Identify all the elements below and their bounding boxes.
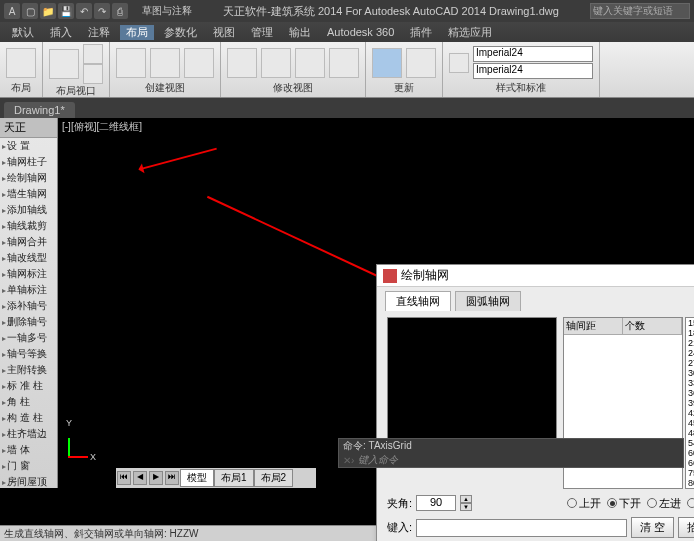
create2-icon[interactable] (150, 48, 180, 78)
preset-value[interactable]: 3300 (686, 378, 694, 388)
tool-item[interactable]: 删除轴号 (0, 314, 57, 330)
tab-nav-first[interactable]: ⏮ (117, 471, 131, 485)
tab-plugin[interactable]: 插件 (404, 25, 438, 40)
style-icon[interactable] (449, 53, 469, 73)
tool-item[interactable]: 房间屋顶 (0, 474, 57, 488)
tab-a360[interactable]: Autodesk 360 (321, 26, 400, 38)
tool-item[interactable]: 设 置 (0, 138, 57, 154)
vp-sm1-icon[interactable] (83, 44, 103, 64)
preset-value[interactable]: 6000 (686, 448, 694, 458)
redo-icon[interactable]: ↷ (94, 3, 110, 19)
layout2-tab[interactable]: 布局2 (254, 469, 294, 487)
preset-value[interactable]: 4800 (686, 428, 694, 438)
mod2-icon[interactable] (261, 48, 291, 78)
pick-button[interactable]: 拾 取 (678, 517, 694, 538)
tool-item[interactable]: 轴线裁剪 (0, 218, 57, 234)
tool-item[interactable]: 主附转换 (0, 362, 57, 378)
tab-featured[interactable]: 精选应用 (442, 25, 498, 40)
workspace-label[interactable]: 草图与注释 (142, 4, 192, 18)
print-icon[interactable]: ⎙ (112, 3, 128, 19)
command-line[interactable]: 命令: TAxisGrid 键入命令 (338, 438, 684, 468)
tab-parametric[interactable]: 参数化 (158, 25, 203, 40)
tool-item[interactable]: 轴网标注 (0, 266, 57, 282)
create1-icon[interactable] (116, 48, 146, 78)
tool-item[interactable]: 轴改线型 (0, 250, 57, 266)
upd2-icon[interactable] (406, 48, 436, 78)
preset-value[interactable]: 4200 (686, 408, 694, 418)
open-icon[interactable]: 📁 (40, 3, 56, 19)
tool-item[interactable]: 添加轴线 (0, 202, 57, 218)
style-combo-2[interactable]: Imperial24 (473, 63, 593, 79)
command-input[interactable]: 键入命令 (339, 453, 683, 467)
preset-value[interactable]: 1800 (686, 328, 694, 338)
angle-input[interactable]: 90 (416, 495, 456, 511)
preset-value[interactable]: 2700 (686, 358, 694, 368)
doc-tab-drawing1[interactable]: Drawing1* (4, 102, 75, 118)
preset-value[interactable]: 7500 (686, 468, 694, 478)
tool-item[interactable]: 墙生轴网 (0, 186, 57, 202)
tab-view[interactable]: 视图 (207, 25, 241, 40)
tool-item[interactable]: 柱齐墙边 (0, 426, 57, 442)
preset-value[interactable]: 2400 (686, 348, 694, 358)
tool-item[interactable]: 墙 体 (0, 442, 57, 458)
tab-arc-grid[interactable]: 圆弧轴网 (455, 291, 521, 311)
tool-item[interactable]: 添补轴号 (0, 298, 57, 314)
preset-value[interactable]: 8000 (686, 478, 694, 488)
undo-icon[interactable]: ↶ (76, 3, 92, 19)
tool-item[interactable]: 标 准 柱 (0, 378, 57, 394)
preset-value[interactable]: 3600 (686, 388, 694, 398)
upd1-icon[interactable] (372, 48, 402, 78)
direction-radio[interactable]: 左进 (647, 496, 681, 511)
create3-icon[interactable] (184, 48, 214, 78)
model-tab[interactable]: 模型 (180, 469, 214, 487)
tab-nav-last[interactable]: ⏭ (165, 471, 179, 485)
tool-item[interactable]: 轴网合并 (0, 234, 57, 250)
tab-manage[interactable]: 管理 (245, 25, 279, 40)
tool-item[interactable]: 角 柱 (0, 394, 57, 410)
tool-item[interactable]: 门 窗 (0, 458, 57, 474)
mod3-icon[interactable] (295, 48, 325, 78)
tool-item[interactable]: 轴网柱子 (0, 154, 57, 170)
direction-radio[interactable]: 右进 (687, 496, 694, 511)
preset-value[interactable]: 1500 (686, 318, 694, 328)
tab-annotate[interactable]: 注释 (82, 25, 116, 40)
tool-item[interactable]: 轴号等换 (0, 346, 57, 362)
tool-item[interactable]: 构 造 柱 (0, 410, 57, 426)
mod1-icon[interactable] (227, 48, 257, 78)
tool-item[interactable]: 绘制轴网 (0, 170, 57, 186)
drawing-canvas[interactable]: [-][俯视][二维线框] Y X 绘制轴网 ✕ 直线轴网 圆弧轴网 (58, 118, 694, 488)
layout1-tab[interactable]: 布局1 (214, 469, 254, 487)
viewport-label[interactable]: [-][俯视][二维线框] (62, 120, 142, 134)
preset-value[interactable]: 3900 (686, 398, 694, 408)
layout-icon[interactable] (6, 48, 36, 78)
preset-value[interactable]: 2100 (686, 338, 694, 348)
tab-insert[interactable]: 插入 (44, 25, 78, 40)
preset-value[interactable]: 5400 (686, 438, 694, 448)
vp-sm2-icon[interactable] (83, 64, 103, 84)
angle-spinner[interactable]: ▲▼ (460, 495, 472, 511)
help-search-input[interactable]: 键入关键字或短语 (590, 3, 690, 19)
tab-nav-next[interactable]: ▶ (149, 471, 163, 485)
mod4-icon[interactable] (329, 48, 359, 78)
preset-list[interactable]: 1500180021002400270030003300360039004200… (685, 317, 694, 489)
direction-radio[interactable]: 下开 (607, 496, 641, 511)
keyin-input[interactable] (416, 519, 627, 537)
preset-value[interactable]: 3000 (686, 368, 694, 378)
tab-output[interactable]: 输出 (283, 25, 317, 40)
viewport-icon[interactable] (49, 49, 79, 79)
app-menu-icon[interactable]: A (4, 3, 20, 19)
tab-linear-grid[interactable]: 直线轴网 (385, 291, 451, 311)
new-icon[interactable]: ▢ (22, 3, 38, 19)
style-combo-1[interactable]: Imperial24 (473, 46, 593, 62)
preset-value[interactable]: 4500 (686, 418, 694, 428)
tab-layout[interactable]: 布局 (120, 25, 154, 40)
clear-button[interactable]: 清 空 (631, 517, 674, 538)
tool-item[interactable]: 一轴多号 (0, 330, 57, 346)
save-icon[interactable]: 💾 (58, 3, 74, 19)
dialog-titlebar[interactable]: 绘制轴网 ✕ (377, 265, 694, 287)
tool-item[interactable]: 单轴标注 (0, 282, 57, 298)
tab-default[interactable]: 默认 (6, 25, 40, 40)
preset-value[interactable]: 6600 (686, 458, 694, 468)
direction-radio[interactable]: 上开 (567, 496, 601, 511)
tab-nav-prev[interactable]: ◀ (133, 471, 147, 485)
